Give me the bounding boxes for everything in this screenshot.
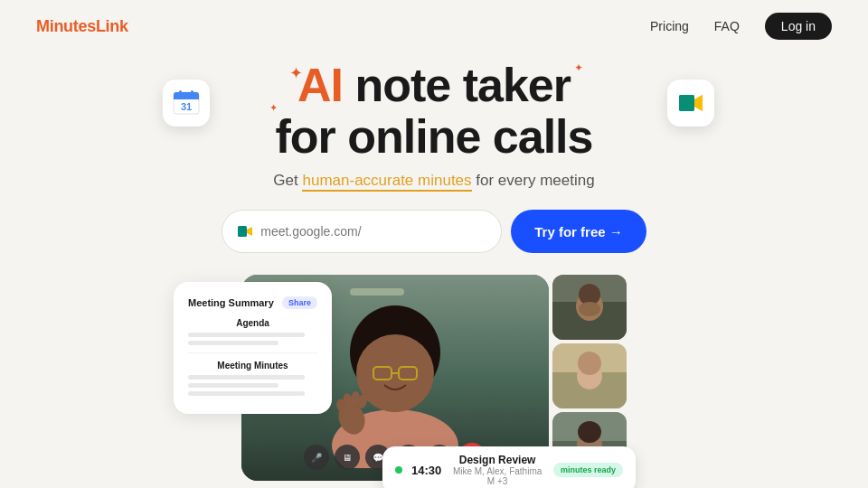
summary-card-header: Meeting Summary Share bbox=[188, 296, 317, 309]
logo-text: inutesLink bbox=[50, 17, 128, 35]
try-for-free-button[interactable]: Try for free → bbox=[511, 210, 646, 253]
meet-icon-float bbox=[667, 80, 714, 127]
navigation: MinutesLink Pricing FAQ Log in bbox=[0, 0, 868, 52]
meeting-time: 14:30 bbox=[411, 464, 441, 477]
share-badge[interactable]: Share bbox=[282, 296, 317, 309]
summary-card-title: Meeting Summary bbox=[188, 297, 274, 308]
screen-icon: 🖥 bbox=[343, 453, 352, 463]
url-input[interactable] bbox=[260, 224, 477, 239]
svg-rect-3 bbox=[174, 96, 199, 99]
mic-button[interactable]: 🎤 bbox=[304, 445, 329, 470]
minutes-label: Meeting Minutes bbox=[188, 361, 317, 371]
login-button[interactable]: Log in bbox=[765, 13, 832, 40]
calendar-icon-float: 31 bbox=[163, 80, 210, 127]
minutes-line-2 bbox=[188, 383, 278, 388]
thumb-person-svg-1 bbox=[552, 275, 627, 340]
attendees-list: Mike M, Alex, Fathima M +3 bbox=[450, 466, 544, 486]
meeting-info: Design Review Mike M, Alex, Fathima M +3 bbox=[450, 454, 544, 486]
meet-input-icon bbox=[237, 223, 253, 239]
svg-rect-6 bbox=[191, 90, 193, 95]
online-dot bbox=[395, 466, 402, 474]
subtitle-suffix: for every meeting bbox=[472, 172, 595, 189]
faq-link[interactable]: FAQ bbox=[714, 19, 740, 33]
hero-title-line1: note taker bbox=[343, 59, 571, 111]
url-input-wrapper bbox=[222, 210, 502, 253]
agenda-line-1 bbox=[188, 333, 305, 337]
svg-rect-10 bbox=[679, 95, 694, 111]
side-thumb-1 bbox=[552, 275, 627, 340]
minutes-ready-badge: minutes ready bbox=[553, 463, 623, 477]
agenda-label: Agenda bbox=[188, 318, 317, 328]
svg-marker-13 bbox=[247, 227, 252, 236]
cta-input-row: Try for free → bbox=[0, 210, 868, 253]
side-thumb-2 bbox=[552, 343, 627, 408]
svg-point-38 bbox=[578, 421, 601, 443]
minutes-line-3 bbox=[188, 391, 305, 396]
hero-title: AI note taker for online calls bbox=[0, 60, 868, 163]
mic-icon: 🎤 bbox=[311, 453, 322, 463]
svg-point-34 bbox=[578, 352, 601, 375]
subtitle-prefix: Get bbox=[273, 172, 302, 189]
thumb-person-svg-2 bbox=[552, 343, 627, 408]
logo: MinutesLink bbox=[36, 17, 128, 36]
logo-m: M bbox=[36, 17, 50, 35]
svg-rect-12 bbox=[238, 226, 247, 237]
summary-divider bbox=[188, 352, 317, 353]
svg-rect-5 bbox=[179, 90, 182, 95]
hero-title-ai: AI bbox=[297, 59, 343, 111]
minutes-line-1 bbox=[188, 375, 305, 380]
agenda-line-2 bbox=[188, 341, 278, 345]
meeting-summary-card: Meeting Summary Share Agenda Meeting Min… bbox=[174, 282, 332, 414]
svg-point-30 bbox=[579, 302, 600, 316]
nav-right: Pricing FAQ Log in bbox=[650, 13, 832, 40]
svg-text:31: 31 bbox=[181, 101, 192, 112]
star-decoration-3: ✦ bbox=[574, 61, 583, 74]
demo-section: Meeting Summary Share Agenda Meeting Min… bbox=[0, 275, 868, 481]
hero-subtitle: Get human-accurate minutes for every mee… bbox=[0, 172, 868, 190]
pricing-link[interactable]: Pricing bbox=[650, 19, 689, 33]
hero-title-line2: for online calls bbox=[276, 110, 593, 163]
star-decoration-1: ✦ bbox=[289, 63, 303, 83]
star-decoration-2: ✦ bbox=[269, 102, 278, 114]
hero-section: 31 ✦ ✦ ✦ AI note taker for online calls … bbox=[0, 52, 868, 481]
meeting-name: Design Review bbox=[450, 454, 544, 466]
screen-share-button[interactable]: 🖥 bbox=[335, 445, 360, 470]
notification-bar: 14:30 Design Review Mike M, Alex, Fathim… bbox=[382, 446, 636, 488]
subtitle-highlight: human-accurate minutes bbox=[302, 172, 471, 192]
